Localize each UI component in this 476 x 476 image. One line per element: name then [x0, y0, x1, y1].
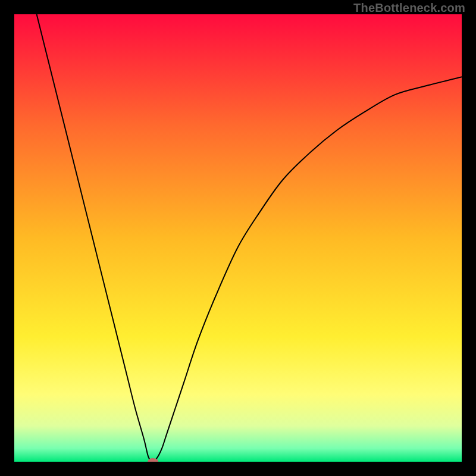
chart-outer-frame: TheBottleneck.com — [0, 0, 476, 476]
plot-svg — [14, 14, 462, 462]
gradient-background — [14, 14, 462, 462]
plot-area — [14, 14, 462, 462]
watermark-text: TheBottleneck.com — [353, 1, 465, 15]
